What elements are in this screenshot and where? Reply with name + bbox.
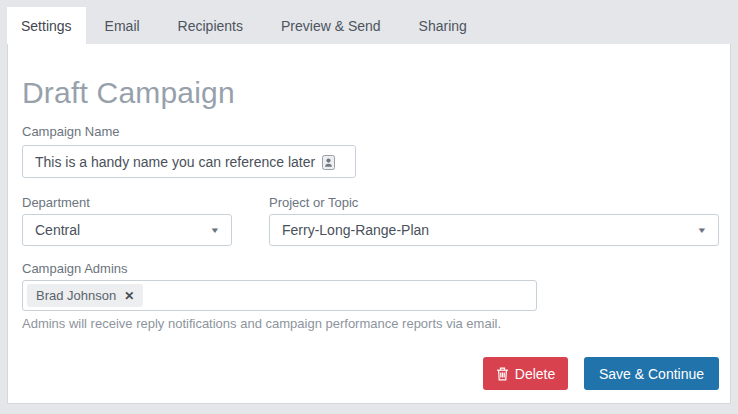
tab-bar: Settings Email Recipients Preview & Send… bbox=[7, 0, 486, 44]
chevron-down-icon: ▼ bbox=[697, 226, 708, 235]
admin-tag: Brad Johnson ✕ bbox=[27, 284, 143, 307]
page-title: Draft Campaign bbox=[22, 74, 235, 112]
project-select[interactable]: Ferry-Long-Range-Plan ▼ bbox=[269, 214, 719, 246]
tab-email[interactable]: Email bbox=[86, 7, 159, 44]
autofill-contact-icon bbox=[322, 155, 335, 170]
department-select[interactable]: Central ▼ bbox=[22, 214, 232, 246]
department-selected-value: Central bbox=[35, 222, 80, 238]
delete-button-label: Delete bbox=[515, 366, 555, 382]
admins-help-text: Admins will receive reply notifications … bbox=[22, 316, 501, 331]
campaign-name-input[interactable]: This is a handy name you can reference l… bbox=[22, 145, 356, 178]
chevron-down-icon: ▼ bbox=[210, 226, 221, 235]
project-label: Project or Topic bbox=[269, 195, 358, 211]
project-selected-value: Ferry-Long-Range-Plan bbox=[282, 222, 429, 238]
delete-button[interactable]: Delete bbox=[483, 357, 568, 390]
campaign-settings-page: { "tabs": [ { "label": "Settings", "acti… bbox=[0, 0, 738, 414]
campaign-name-value: This is a handy name you can reference l… bbox=[35, 154, 315, 170]
remove-tag-icon[interactable]: ✕ bbox=[124, 289, 134, 303]
campaign-admins-input[interactable]: Brad Johnson ✕ bbox=[22, 280, 537, 311]
tab-recipients[interactable]: Recipients bbox=[159, 7, 262, 44]
tab-sharing[interactable]: Sharing bbox=[400, 7, 486, 44]
campaign-admins-label: Campaign Admins bbox=[22, 261, 128, 277]
save-continue-button[interactable]: Save & Continue bbox=[584, 357, 719, 390]
tab-preview-send[interactable]: Preview & Send bbox=[262, 7, 400, 44]
save-continue-label: Save & Continue bbox=[599, 366, 704, 382]
trash-icon bbox=[496, 367, 509, 381]
campaign-name-label: Campaign Name bbox=[22, 124, 120, 140]
settings-panel: Draft Campaign Campaign Name This is a h… bbox=[7, 44, 731, 404]
department-label: Department bbox=[22, 195, 90, 211]
admin-tag-name: Brad Johnson bbox=[36, 288, 116, 303]
tab-settings[interactable]: Settings bbox=[7, 7, 86, 44]
